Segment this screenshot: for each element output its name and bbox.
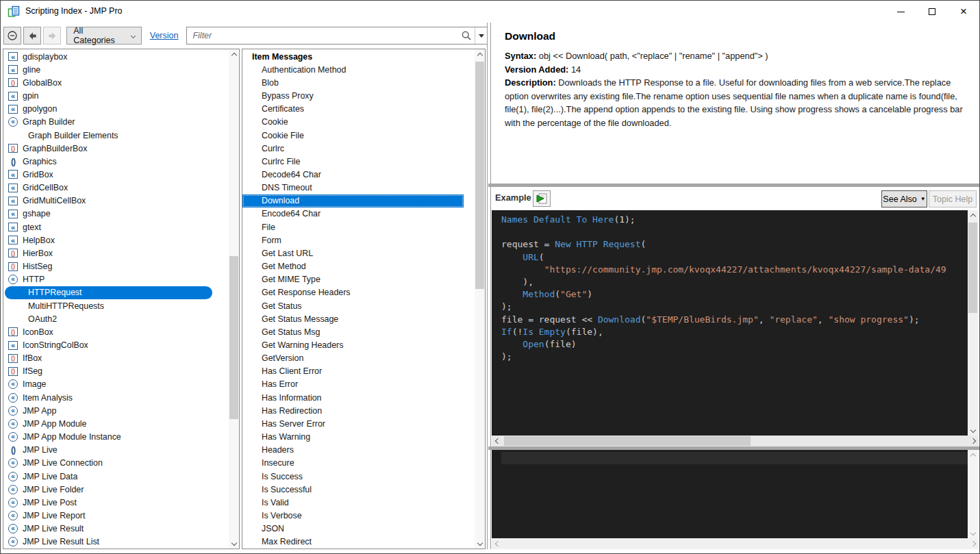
message-item-is-successful[interactable]: Is Successful [242,483,475,496]
message-item-is-verbose[interactable]: Is Verbose [242,509,475,522]
message-list-scrollbar[interactable] [475,49,485,549]
tree-item-jmp-app-module-instance[interactable]: «JMP App Module Instance [3,431,229,444]
scratch-editor-vscrollbar[interactable] [968,450,978,538]
message-item-get-last-url[interactable]: Get Last URL [242,247,475,260]
scratch-editor-hscrollbar[interactable] [492,538,979,549]
tree-item-gline[interactable]: «gline [3,63,229,76]
message-item-certificates[interactable]: Certificates [242,103,475,116]
scrollbar-thumb[interactable] [475,62,484,289]
close-button[interactable]: × [948,1,979,23]
message-item-get-warning-headers[interactable]: Get Warning Headers [242,338,475,351]
message-item-authentication-method[interactable]: Authentication Method [242,63,475,76]
run-example-button[interactable] [533,190,551,207]
scrollbar-thumb[interactable] [968,223,977,313]
message-item-has-warning[interactable]: Has Warning [242,431,475,444]
message-item-decode64-char[interactable]: Decode64 Char [242,168,475,181]
tree-item-histseg[interactable]: ()HistSeg [3,260,229,273]
message-item-file[interactable]: File [242,221,475,234]
tree-item-graphbuilderbox[interactable]: ()GraphBuilderBox [3,142,229,155]
tree-item-ifbox[interactable]: ()IfBox [3,352,229,365]
message-item-dns-timeout[interactable]: DNS Timeout [242,181,475,194]
message-item-download[interactable]: Download [242,194,464,207]
message-item-insecure[interactable]: Insecure [242,457,475,470]
tree-item-ifseg[interactable]: ()IfSeg [3,365,229,378]
tree-item-jmp-live[interactable]: ()JMP Live [3,444,229,457]
back-button[interactable] [23,27,41,45]
tree-item-jmp-live-result[interactable]: «JMP Live Result [3,522,229,536]
message-item-get-status[interactable]: Get Status [242,299,475,312]
see-also-button[interactable]: See Also ▼ [881,190,927,207]
maximize-button[interactable] [916,1,948,23]
collapse-button[interactable] [3,27,21,45]
tree-item-http[interactable]: «HTTP [3,273,229,286]
message-item-has-redirection[interactable]: Has Redirection [242,404,475,417]
scroll-right-arrow[interactable] [967,436,979,446]
message-item-has-server-error[interactable]: Has Server Error [242,417,475,430]
message-item-get-status-msg[interactable]: Get Status Msg [242,325,475,338]
vertical-splitter[interactable] [487,23,491,549]
forward-button[interactable] [43,27,61,45]
tree-item-jmp-live-result-list[interactable]: «JMP Live Result List [3,536,229,549]
tree-item-graph-builder-elements[interactable]: Graph Builder Elements [3,129,229,142]
tree-item-graph-builder[interactable]: «Graph Builder [3,116,229,129]
version-link[interactable]: Version [150,31,179,40]
message-item-headers[interactable]: Headers [242,444,475,457]
message-item-method[interactable]: Method [242,549,475,549]
tree-item-multihttprequests[interactable]: MultiHTTPRequests [3,299,229,312]
scroll-up-arrow[interactable] [229,49,239,61]
tree-item-gridmulticellbox[interactable]: «GridMultiCellBox [3,194,229,207]
message-item-is-valid[interactable]: Is Valid [242,496,475,509]
message-item-blob[interactable]: Blob [242,76,475,89]
message-item-get-response-headers[interactable]: Get Response Headers [242,286,475,299]
message-item-has-error[interactable]: Has Error [242,378,475,391]
scroll-up-arrow[interactable] [968,210,978,222]
tree-item-jmp-app-module[interactable]: «JMP App Module [3,417,229,430]
scrollbar-thumb[interactable] [229,256,238,419]
message-item-bypass-proxy[interactable]: Bypass Proxy [242,89,475,102]
message-item-json[interactable]: JSON [242,522,475,536]
tree-item-jmp-live-post[interactable]: «JMP Live Post [3,496,229,509]
tree-item-jmp-live-folder[interactable]: «JMP Live Folder [3,483,229,496]
message-item-has-client-error[interactable]: Has Client Error [242,365,475,378]
code-editor-hscrollbar[interactable] [492,436,979,446]
scroll-down-arrow[interactable] [968,424,978,436]
message-item-is-success[interactable]: Is Success [242,470,475,483]
message-item-has-information[interactable]: Has Information [242,391,475,404]
message-item-cookie-file[interactable]: Cookie File [242,129,475,142]
scroll-right-arrow[interactable] [967,538,979,549]
tree-item-gpin[interactable]: «gpin [3,89,229,102]
tree-item-gpolygon[interactable]: «gpolygon [3,103,229,116]
message-item-form[interactable]: Form [242,234,475,247]
message-item-get-status-message[interactable]: Get Status Message [242,312,475,325]
filter-dropdown-button[interactable] [475,27,488,44]
scroll-left-arrow[interactable] [492,436,503,446]
scroll-up-arrow[interactable] [475,49,485,61]
tree-item-oauth2[interactable]: OAuth2 [3,312,229,325]
message-item-get-mime-type[interactable]: Get MIME Type [242,273,475,286]
search-icon[interactable] [461,30,472,41]
scratch-code-editor[interactable] [492,450,968,538]
tree-item-iconstringcolbox[interactable]: «IconStringColBox [3,338,229,351]
message-item-get-method[interactable]: Get Method [242,260,475,273]
tree-item-jmp-live-report[interactable]: «JMP Live Report [3,509,229,522]
tree-item-gtext[interactable]: «gtext [3,221,229,234]
category-dropdown[interactable]: All Categories [66,27,141,45]
tree-item-k-means-cluster[interactable]: «K Means Cluster [3,549,229,549]
scroll-up-arrow[interactable] [968,450,978,462]
code-editor-vscrollbar[interactable] [968,210,978,436]
tree-item-hierbox[interactable]: ()HierBox [3,247,229,260]
class-list-scrollbar[interactable] [229,49,239,549]
tree-item-globalbox[interactable]: ()GlobalBox [3,76,229,89]
minimize-button[interactable] [885,1,916,23]
tree-item-gridbox[interactable]: «GridBox [3,168,229,181]
scroll-down-arrow[interactable] [229,537,239,549]
scroll-down-arrow[interactable] [475,537,485,549]
topic-help-button[interactable]: Topic Help [929,190,977,207]
scroll-down-arrow[interactable] [968,527,978,538]
message-item-curlrc[interactable]: Curlrc [242,142,475,155]
tree-item-graphics[interactable]: ()Graphics [3,155,229,168]
tree-item-jmp-app[interactable]: «JMP App [3,404,229,417]
message-item-encode64-char[interactable]: Encode64 Char [242,207,475,221]
tree-item-iconbox[interactable]: ()IconBox [3,325,229,338]
filter-input[interactable] [187,31,461,40]
